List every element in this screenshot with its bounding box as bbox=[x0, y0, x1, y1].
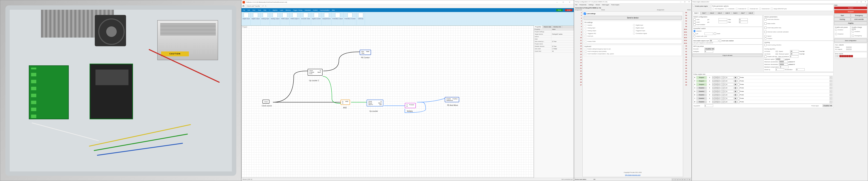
menu-edit[interactable]: Edit bbox=[248, 9, 250, 11]
homing-btn[interactable]: Homing bbox=[834, 18, 850, 21]
pin-45 A[interactable]: 45 A bbox=[684, 39, 691, 42]
pin-39[interactable]: 39 bbox=[684, 56, 691, 58]
prop-tab-shared[interactable]: Shared data bbox=[542, 26, 552, 28]
block-peaxismove[interactable]: EnablePosition Reference bbox=[445, 97, 459, 102]
jog-plus[interactable]: + bbox=[723, 101, 726, 103]
jog-minus[interactable]: - bbox=[721, 87, 723, 89]
tab-trigger[interactable]: Trigger / timing bbox=[293, 9, 302, 11]
close-button[interactable]: ✕ bbox=[687, 1, 691, 3]
goto-btn[interactable]: ▶ bbox=[734, 94, 737, 96]
pin-33[interactable]: 33 bbox=[684, 73, 691, 75]
tab-io[interactable]: IO bbox=[269, 9, 270, 11]
tab-axis-z[interactable]: Axis Z bbox=[708, 11, 716, 15]
minimize-button[interactable]: — bbox=[855, 1, 859, 3]
block-clocksrc[interactable]: Clock bbox=[262, 100, 270, 104]
menu-file[interactable]: File bbox=[575, 4, 578, 6]
home-pos[interactable] bbox=[726, 87, 734, 89]
copy-all-button[interactable]: Copy to all axes bbox=[692, 54, 763, 57]
block-pecontrol[interactable]: RunState Stop bbox=[360, 50, 371, 55]
menu-tools[interactable]: Tools bbox=[258, 9, 261, 11]
ribbon-digital-output[interactable]: Digital output bbox=[251, 12, 260, 25]
multiplier-input[interactable] bbox=[705, 50, 713, 53]
close-button[interactable]: ✕ bbox=[864, 1, 867, 3]
pin-37[interactable]: 37 bbox=[684, 61, 691, 64]
pin-25[interactable]: 25 bbox=[575, 78, 582, 81]
jog-plus[interactable]: + bbox=[723, 97, 726, 100]
reduced-speed[interactable] bbox=[790, 53, 799, 55]
emergency-btn[interactable]: Emergency bbox=[851, 14, 867, 17]
tab-algebra[interactable]: Algebra bbox=[273, 9, 277, 11]
menu-help[interactable]: Help bbox=[264, 9, 266, 11]
prop-row[interactable]: Project name bbox=[534, 43, 574, 45]
jog-minus[interactable]: - bbox=[721, 97, 723, 100]
ribbon-digital-input[interactable]: Digital input bbox=[242, 12, 251, 25]
pin-44 A[interactable]: 44 A bbox=[684, 42, 691, 45]
backoff-input[interactable] bbox=[790, 55, 798, 58]
tab-control[interactable]: Control bbox=[313, 9, 317, 11]
pin-30[interactable]: 30 bbox=[684, 81, 691, 83]
backlash-input[interactable] bbox=[780, 66, 788, 68]
pin-38[interactable]: 38 bbox=[684, 59, 691, 61]
goto-btn[interactable]: ▶ bbox=[734, 90, 737, 93]
pin-49 A[interactable]: 49 A bbox=[684, 28, 691, 31]
goto-btn[interactable]: ▶ bbox=[734, 101, 737, 103]
close-button[interactable]: ✕ bbox=[566, 0, 573, 4]
minimize-button[interactable]: — bbox=[679, 1, 682, 3]
ribbon-pwm-output[interactable]: PWM output bbox=[280, 12, 289, 25]
jog-plus[interactable]: + bbox=[723, 90, 726, 93]
jog-minus[interactable]: - bbox=[721, 76, 723, 79]
pin-29[interactable]: 29 bbox=[684, 84, 691, 86]
jog-minus[interactable]: - bbox=[721, 94, 723, 96]
titlebar[interactable]: Pulse engine status/control —▢✕ bbox=[692, 0, 868, 4]
goto-btn[interactable]: ▶ bbox=[734, 80, 737, 82]
jog-plus[interactable]: + bbox=[723, 94, 726, 96]
run-button[interactable]: RUN bbox=[556, 9, 563, 11]
tab-axis-y[interactable]: Axis Y bbox=[701, 11, 708, 15]
home-pos[interactable] bbox=[726, 94, 734, 96]
start-btn[interactable]: Start bbox=[834, 14, 850, 17]
ribbon-easysensors[interactable]: EasySensors bbox=[322, 12, 332, 25]
tab-logic[interactable]: Logic bbox=[280, 9, 283, 11]
pin-10[interactable]: 10 bbox=[575, 36, 582, 39]
enable-pulse-check[interactable]: Enable pulse engine bbox=[692, 4, 708, 11]
pin-40[interactable]: 40 bbox=[684, 53, 691, 56]
max-accel[interactable] bbox=[779, 60, 787, 63]
save-config-button[interactable]: Save configuration bbox=[834, 38, 867, 43]
pin-27[interactable]: 27 bbox=[575, 84, 582, 86]
minimize-button[interactable]: — bbox=[554, 0, 560, 4]
tab-axis-7[interactable]: Axis 7 bbox=[739, 11, 747, 15]
home-btn[interactable]: ⌂ bbox=[830, 80, 832, 82]
pin-35[interactable]: 35 bbox=[684, 67, 691, 70]
pin-19[interactable]: 19 bbox=[575, 61, 582, 64]
home-pos[interactable] bbox=[726, 97, 734, 100]
ribbon-analog-output[interactable]: Analog output bbox=[270, 12, 280, 25]
prop-row[interactable]: Date bbox=[534, 38, 574, 40]
home-pos[interactable] bbox=[726, 101, 734, 103]
qb-undo-icon[interactable]: ↶ bbox=[262, 5, 264, 7]
block-canvas[interactable]: Project Clock Clock source ClockQ 0 Rese… bbox=[242, 26, 534, 178]
prop-row[interactable]: Project settings bbox=[534, 31, 574, 33]
pin-54[interactable]: 54 bbox=[684, 14, 691, 17]
max-speed[interactable] bbox=[775, 58, 784, 60]
pin-34[interactable]: 34 bbox=[684, 70, 691, 72]
maximize-button[interactable]: ▢ bbox=[560, 0, 566, 4]
home-btn[interactable]: ⌂ bbox=[830, 83, 832, 86]
limit-override-btn[interactable]: Limit override bbox=[851, 18, 867, 21]
menu-datalogger[interactable]: Data logger bbox=[602, 4, 609, 6]
jog-minus[interactable]: - bbox=[721, 83, 723, 86]
tab-axis-6[interactable]: Axis 6 bbox=[732, 11, 739, 15]
check-transfer-button[interactable]: Check and Transfer bbox=[246, 5, 261, 8]
goto-btn[interactable]: ▶ bbox=[734, 87, 737, 89]
maximize-button[interactable]: ▢ bbox=[860, 1, 863, 3]
pin-31[interactable]: 31 bbox=[684, 78, 691, 81]
tab-extended[interactable]: Extended bbox=[305, 9, 311, 11]
maximize-button[interactable]: ▢ bbox=[683, 1, 687, 3]
qb-redo-icon[interactable]: ↷ bbox=[265, 5, 266, 7]
pin-20[interactable]: 20 bbox=[575, 64, 582, 67]
menu-view[interactable]: View bbox=[252, 9, 255, 11]
stop-btn[interactable]: Stopped bbox=[834, 10, 867, 14]
ribbon-analog-input[interactable]: Analog input bbox=[261, 12, 270, 25]
prop-row[interactable]: Target devicePoKeys57 series bbox=[534, 33, 574, 35]
goto-btn[interactable]: ▶ bbox=[734, 76, 737, 79]
pin-17[interactable]: 17 bbox=[575, 56, 582, 58]
